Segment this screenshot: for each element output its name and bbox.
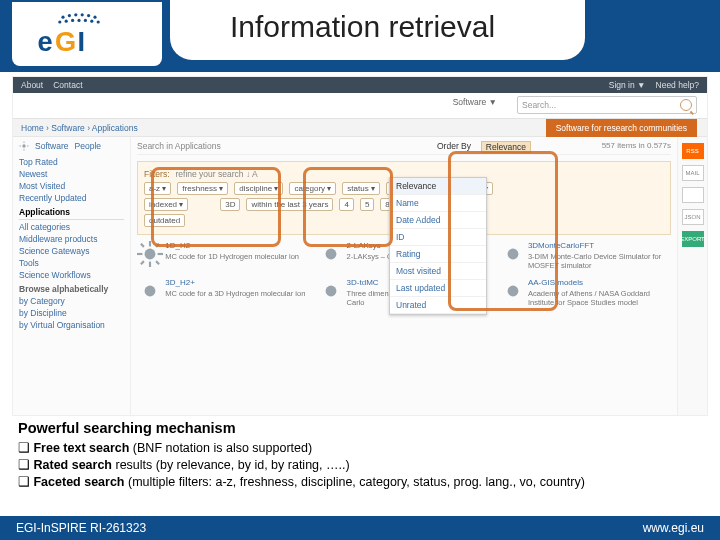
tab-people[interactable]: People — [75, 141, 101, 151]
link-tools[interactable]: Tools — [19, 258, 124, 268]
filter-discipline[interactable]: discipline ▾ — [234, 182, 283, 195]
chip-5[interactable]: 5 — [360, 198, 374, 211]
rss-icon[interactable]: RSS — [682, 143, 704, 159]
link-newest[interactable]: Newest — [19, 169, 124, 179]
export-icon[interactable]: EXPORT — [682, 231, 704, 247]
link-bycat[interactable]: by Category — [19, 296, 124, 306]
chip-3d[interactable]: 3D — [220, 198, 240, 211]
svg-rect-29 — [155, 260, 160, 265]
summary-heading: Powerful searching mechanism — [18, 420, 702, 436]
result-card[interactable]: 1D_H2MC code for 1D Hydrogen molecular i… — [137, 241, 308, 270]
order-date[interactable]: Date Added — [390, 212, 486, 229]
screenshot-panel: About Contact Sign in ▼ Need help? Softw… — [12, 76, 708, 416]
svg-rect-18 — [24, 149, 25, 151]
result-count: 557 items in 0.577s — [602, 141, 671, 150]
bullet-freetext: Free text search (BNF notation is also s… — [18, 440, 702, 457]
filter-az[interactable]: a-z ▾ — [144, 182, 171, 195]
bullet-faceted: Faceted search (multiple filters: a-z, f… — [18, 474, 702, 491]
card-title: 2-LAKsys — [347, 241, 381, 250]
filters-refine[interactable]: refine your search ↓ A — [176, 169, 258, 179]
link-workflows[interactable]: Science Workflows — [19, 270, 124, 280]
footer-left: EGI-InSPIRE RI-261323 — [16, 521, 146, 535]
svg-text:I: I — [77, 26, 85, 57]
order-relevance[interactable]: Relevance — [390, 178, 486, 195]
chip-outdated[interactable]: outdated — [144, 214, 185, 227]
gear-icon — [318, 278, 344, 304]
svg-point-11 — [84, 19, 87, 22]
section-browse: Browse alphabetically — [19, 284, 124, 294]
svg-point-1 — [68, 14, 71, 17]
svg-point-30 — [326, 249, 337, 260]
orderby-value[interactable]: Relevance — [481, 141, 531, 153]
link-sciencegw[interactable]: Science Gateways — [19, 246, 124, 256]
card-title: 3D_H2+ — [165, 278, 195, 287]
card-title: 3DMonteCarloFFT — [528, 241, 594, 250]
software-dropdown[interactable]: Software ▼ — [453, 97, 497, 107]
card-desc: MC code for 1D Hydrogen molecular ion — [165, 252, 306, 261]
search-in-apps[interactable]: Search in Applications — [137, 141, 221, 151]
link-recent[interactable]: Recently Updated — [19, 193, 124, 203]
search-icon[interactable] — [680, 99, 692, 111]
card-title: 3D-tdMC — [347, 278, 379, 287]
svg-point-0 — [61, 16, 64, 19]
svg-rect-28 — [140, 260, 145, 265]
gear-icon — [137, 278, 163, 304]
order-id[interactable]: ID — [390, 229, 486, 246]
link-middleware[interactable]: Middleware products — [19, 234, 124, 244]
section-applications[interactable]: Applications — [19, 207, 124, 220]
svg-point-12 — [90, 20, 93, 23]
result-card[interactable]: 3DMonteCarloFFT3-DIM Monte-Carlo Device … — [500, 241, 671, 270]
tab-software[interactable]: Software — [35, 141, 69, 151]
nav-help[interactable]: Need help? — [656, 80, 699, 90]
chip-indexed[interactable]: indexed ▾ — [144, 198, 188, 211]
shot-topbar: About Contact Sign in ▼ Need help? — [13, 77, 707, 93]
result-card[interactable]: 3D_H2+MC code for a 3D Hydrogen molecula… — [137, 278, 308, 307]
breadcrumb-text[interactable]: Home › Software › Applications — [21, 123, 138, 133]
order-unrated[interactable]: Unrated — [390, 297, 486, 314]
link-bydisc[interactable]: by Discipline — [19, 308, 124, 318]
nav-signin[interactable]: Sign in ▼ — [609, 80, 646, 90]
link-byvo[interactable]: by Virtual Organisation — [19, 320, 124, 330]
svg-point-16 — [22, 144, 25, 147]
svg-rect-23 — [149, 262, 151, 267]
order-updated[interactable]: Last updated — [390, 280, 486, 297]
orderby-label: Order By — [437, 141, 471, 151]
svg-point-6 — [58, 20, 61, 23]
order-visited[interactable]: Most visited — [390, 263, 486, 280]
svg-rect-25 — [158, 253, 163, 255]
card-desc: Academy of Athens / NASA Goddard Institu… — [528, 289, 669, 307]
slide-text: Powerful searching mechanism Free text s… — [18, 420, 702, 491]
blank-icon[interactable] — [682, 187, 704, 203]
filter-category[interactable]: category ▾ — [289, 182, 336, 195]
nav-contact[interactable]: Contact — [53, 80, 82, 90]
filter-freshness[interactable]: freshness ▾ — [177, 182, 228, 195]
link-mostvisited[interactable]: Most Visited — [19, 181, 124, 191]
egi-logo: e G I — [12, 2, 162, 66]
order-name[interactable]: Name — [390, 195, 486, 212]
link-allcat[interactable]: All categories — [19, 222, 124, 232]
main-column: Search in Applications Order By Relevanc… — [131, 137, 677, 415]
mail-icon[interactable]: MAIL — [682, 165, 704, 181]
json-icon[interactable]: JSON — [682, 209, 704, 225]
link-toprated[interactable]: Top Rated — [19, 157, 124, 167]
slide-footer: EGI-InSPIRE RI-261323 www.egi.eu — [0, 516, 720, 540]
search-input[interactable]: Search... — [517, 96, 697, 114]
chip-4[interactable]: 4 — [339, 198, 353, 211]
svg-point-9 — [71, 19, 74, 22]
left-sidebar: Software People Top Rated Newest Most Vi… — [13, 137, 131, 415]
svg-point-34 — [507, 286, 518, 297]
page-title: Information retrieval — [230, 10, 495, 44]
breadcrumb: Home › Software › Applications Software … — [13, 119, 707, 137]
filters-title: Filters: — [144, 169, 170, 179]
svg-point-32 — [145, 286, 156, 297]
filter-status[interactable]: status ▾ — [342, 182, 380, 195]
order-rating[interactable]: Rating — [390, 246, 486, 263]
orderby-menu: Relevance Name Date Added ID Rating Most… — [389, 177, 487, 315]
svg-text:e: e — [37, 26, 52, 57]
footer-right: www.egi.eu — [643, 521, 704, 535]
shot-subbar: Software ▼ Search... — [13, 93, 707, 119]
nav-about[interactable]: About — [21, 80, 43, 90]
result-card[interactable]: AA-GIS modelsAcademy of Athens / NASA Go… — [500, 278, 671, 307]
chip-3yr[interactable]: within the last 3 years — [246, 198, 333, 211]
gear-icon — [500, 278, 526, 304]
